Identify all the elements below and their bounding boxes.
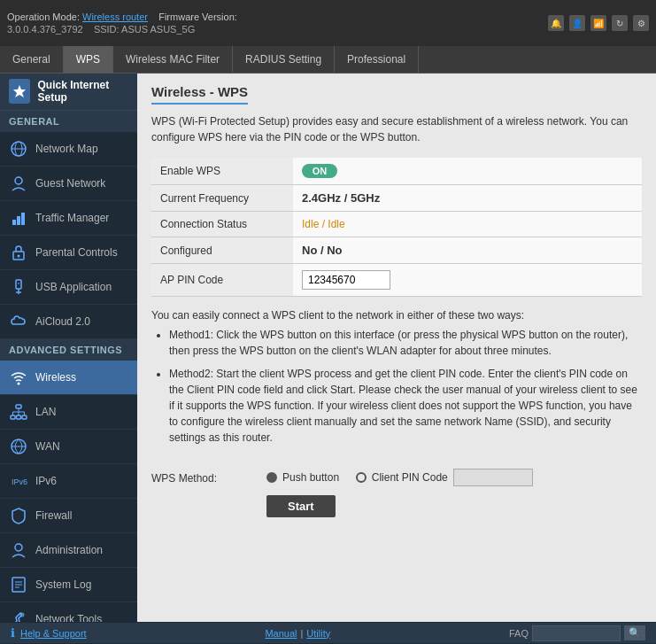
wireless-icon [9, 368, 28, 387]
usb-application-icon [9, 277, 28, 297]
op-mode-label: Operation Mode: [7, 12, 80, 22]
tab-mac-filter[interactable]: Wireless MAC Filter [113, 46, 233, 73]
notification-icon[interactable]: 🔔 [548, 15, 564, 31]
parental-controls-label: Parental Controls [35, 246, 128, 259]
top-icon-bar: 🔔 👤 📶 ↻ ⚙ [548, 15, 649, 31]
sidebar-item-network-tools[interactable]: Network Tools [0, 602, 137, 622]
system-log-label: System Log [35, 578, 128, 591]
faq-search-button[interactable]: 🔍 [624, 625, 645, 640]
guest-network-label: Guest Network [35, 177, 128, 190]
footer-docs: Manual | Utility [265, 628, 330, 639]
top-bar: Operation Mode: Wireless router Firmware… [0, 0, 656, 46]
sidebar-item-aicloud[interactable]: AiCloud 2.0 [0, 305, 137, 339]
quick-setup-label: Quick Internet Setup [37, 79, 128, 105]
sidebar-item-wireless[interactable]: Wireless [0, 361, 137, 395]
utility-link[interactable]: Utility [306, 628, 330, 639]
current-frequency-value: 2.4GHz / 5GHz [293, 185, 642, 212]
usb-application-label: USB Application [35, 281, 128, 293]
client-pin-input[interactable] [453, 469, 533, 486]
user-icon[interactable]: 👤 [569, 15, 585, 31]
ipv6-label: IPv6 [35, 475, 128, 487]
ap-pin-input[interactable] [302, 270, 390, 290]
push-button-radio[interactable] [266, 472, 277, 483]
system-log-icon [9, 575, 28, 594]
network-map-icon [9, 139, 28, 159]
start-button[interactable]: Start [266, 495, 336, 517]
wireless-label: Wireless [35, 371, 128, 384]
svg-rect-10 [16, 280, 21, 289]
methods-intro: You can easily connect a WPS client to t… [151, 309, 642, 322]
manual-link[interactable]: Manual [265, 628, 297, 639]
traffic-manager-label: Traffic Manager [35, 212, 128, 224]
configured-text: No / No [302, 244, 343, 257]
network-icon[interactable]: 📶 [590, 15, 606, 31]
pin-code-radio[interactable] [356, 472, 367, 483]
configured-label: Configured [151, 237, 293, 264]
tab-radius[interactable]: RADIUS Setting [233, 46, 335, 73]
sidebar-item-ipv6[interactable]: IPv6 IPv6 [0, 464, 137, 499]
help-icon: ℹ [11, 626, 15, 640]
firmware-label: Firmware Version: [158, 12, 237, 22]
wps-method-options: Push button Client PIN Code Start [266, 469, 533, 517]
firewall-label: Firewall [35, 509, 128, 522]
sidebar-item-lan[interactable]: LAN [0, 395, 137, 430]
wps-method-label: WPS Method: [151, 469, 258, 485]
sidebar-item-system-log[interactable]: System Log [0, 568, 137, 602]
aicloud-icon [9, 312, 28, 331]
connection-status-text: Idle / Idle [302, 218, 345, 230]
sidebar-item-administration[interactable]: Administration [0, 533, 137, 568]
current-frequency-label: Current Frequency [151, 185, 293, 212]
parental-controls-icon [9, 243, 28, 262]
network-map-label: Network Map [35, 143, 128, 155]
svg-rect-14 [11, 415, 15, 419]
faq-search-input[interactable] [532, 625, 621, 641]
sidebar-item-usb-application[interactable]: USB Application [0, 270, 137, 305]
svg-text:IPv6: IPv6 [12, 477, 27, 486]
footer-separator: | [300, 628, 303, 639]
enable-wps-toggle[interactable]: ON [302, 164, 337, 178]
connection-status-value: Idle / Idle [293, 212, 642, 237]
svg-rect-15 [17, 415, 21, 419]
svg-point-25 [15, 544, 22, 551]
frequency-text: 2.4GHz / 5GHz [302, 191, 380, 205]
help-support-link[interactable]: Help & Support [20, 628, 87, 639]
svg-rect-5 [12, 220, 16, 225]
ap-pin-row: AP PIN Code [151, 264, 642, 297]
administration-icon [9, 540, 28, 560]
configured-row: Configured No / No [151, 237, 642, 264]
sidebar-item-wan[interactable]: WAN [0, 430, 137, 464]
ap-pin-value [293, 264, 642, 297]
advanced-section-title: Advanced Settings [0, 339, 137, 361]
tab-wps[interactable]: WPS [64, 46, 113, 73]
tab-bar: General WPS Wireless MAC Filter RADIUS S… [0, 46, 656, 74]
wps-settings-table: Enable WPS ON Current Frequency 2.4GHz /… [151, 158, 642, 297]
refresh-icon[interactable]: ↻ [612, 15, 628, 31]
sidebar-item-parental-controls[interactable]: Parental Controls [0, 236, 137, 270]
current-frequency-row: Current Frequency 2.4GHz / 5GHz [151, 185, 642, 212]
sidebar-item-traffic-manager[interactable]: Traffic Manager [0, 201, 137, 236]
method-2: Method2: Start the client WPS process an… [169, 366, 642, 446]
svg-rect-13 [16, 405, 21, 408]
sidebar-item-guest-network[interactable]: Guest Network [0, 167, 137, 201]
connection-status-label: Connection Status [151, 212, 293, 237]
general-section-title: General [0, 111, 137, 132]
page-title: Wireless - WPS [151, 84, 248, 105]
footer-help: ℹ Help & Support [11, 626, 87, 640]
aicloud-label: AiCloud 2.0 [35, 315, 128, 328]
wps-method-section: WPS Method: Push button Client PIN Code … [151, 460, 642, 526]
tab-general[interactable]: General [0, 46, 64, 73]
sidebar-item-firewall[interactable]: Firewall [0, 499, 137, 533]
sidebar-item-network-map[interactable]: Network Map [0, 132, 137, 167]
quick-setup-item[interactable]: Quick Internet Setup [0, 74, 137, 111]
lan-label: LAN [35, 406, 128, 418]
settings-icon[interactable]: ⚙ [633, 15, 649, 31]
footer-faq: FAQ 🔍 [509, 625, 645, 641]
enable-wps-row: Enable WPS ON [151, 158, 642, 185]
op-mode-value[interactable]: Wireless router [82, 12, 148, 22]
enable-wps-value: ON [293, 158, 642, 185]
footer: ℹ Help & Support Manual | Utility FAQ 🔍 [0, 622, 656, 643]
svg-point-4 [15, 177, 22, 184]
push-button-option[interactable]: Push button Client PIN Code [266, 469, 533, 486]
svg-point-9 [18, 254, 20, 257]
tab-professional[interactable]: Professional [335, 46, 419, 73]
